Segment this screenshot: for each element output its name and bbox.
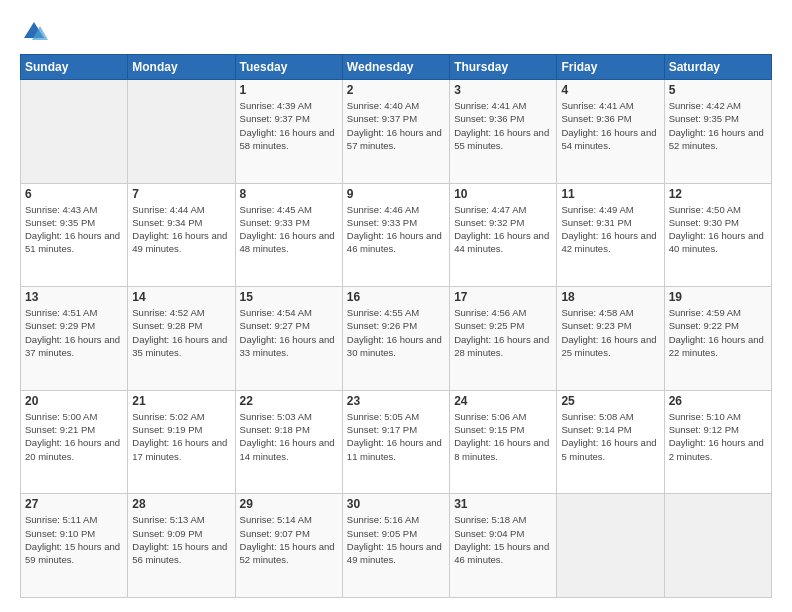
calendar-cell xyxy=(664,494,771,598)
day-number: 27 xyxy=(25,497,123,511)
day-info: Sunrise: 4:43 AM Sunset: 9:35 PM Dayligh… xyxy=(25,203,123,256)
day-number: 15 xyxy=(240,290,338,304)
day-number: 3 xyxy=(454,83,552,97)
day-number: 28 xyxy=(132,497,230,511)
day-header-thursday: Thursday xyxy=(450,55,557,80)
day-number: 10 xyxy=(454,187,552,201)
day-info: Sunrise: 5:06 AM Sunset: 9:15 PM Dayligh… xyxy=(454,410,552,463)
day-info: Sunrise: 4:56 AM Sunset: 9:25 PM Dayligh… xyxy=(454,306,552,359)
day-info: Sunrise: 5:10 AM Sunset: 9:12 PM Dayligh… xyxy=(669,410,767,463)
calendar-cell: 26Sunrise: 5:10 AM Sunset: 9:12 PM Dayli… xyxy=(664,390,771,494)
calendar-cell xyxy=(557,494,664,598)
calendar-cell: 15Sunrise: 4:54 AM Sunset: 9:27 PM Dayli… xyxy=(235,287,342,391)
day-info: Sunrise: 5:18 AM Sunset: 9:04 PM Dayligh… xyxy=(454,513,552,566)
calendar-cell: 21Sunrise: 5:02 AM Sunset: 9:19 PM Dayli… xyxy=(128,390,235,494)
calendar-cell: 8Sunrise: 4:45 AM Sunset: 9:33 PM Daylig… xyxy=(235,183,342,287)
calendar-cell: 7Sunrise: 4:44 AM Sunset: 9:34 PM Daylig… xyxy=(128,183,235,287)
calendar-cell: 29Sunrise: 5:14 AM Sunset: 9:07 PM Dayli… xyxy=(235,494,342,598)
calendar-cell: 9Sunrise: 4:46 AM Sunset: 9:33 PM Daylig… xyxy=(342,183,449,287)
calendar-cell: 14Sunrise: 4:52 AM Sunset: 9:28 PM Dayli… xyxy=(128,287,235,391)
day-info: Sunrise: 5:08 AM Sunset: 9:14 PM Dayligh… xyxy=(561,410,659,463)
day-number: 21 xyxy=(132,394,230,408)
day-info: Sunrise: 4:50 AM Sunset: 9:30 PM Dayligh… xyxy=(669,203,767,256)
day-header-wednesday: Wednesday xyxy=(342,55,449,80)
day-info: Sunrise: 5:14 AM Sunset: 9:07 PM Dayligh… xyxy=(240,513,338,566)
day-info: Sunrise: 5:13 AM Sunset: 9:09 PM Dayligh… xyxy=(132,513,230,566)
calendar-cell xyxy=(21,80,128,184)
day-number: 30 xyxy=(347,497,445,511)
day-number: 7 xyxy=(132,187,230,201)
day-info: Sunrise: 4:44 AM Sunset: 9:34 PM Dayligh… xyxy=(132,203,230,256)
day-info: Sunrise: 4:59 AM Sunset: 9:22 PM Dayligh… xyxy=(669,306,767,359)
week-row-4: 20Sunrise: 5:00 AM Sunset: 9:21 PM Dayli… xyxy=(21,390,772,494)
day-number: 29 xyxy=(240,497,338,511)
day-info: Sunrise: 5:03 AM Sunset: 9:18 PM Dayligh… xyxy=(240,410,338,463)
day-number: 13 xyxy=(25,290,123,304)
day-header-monday: Monday xyxy=(128,55,235,80)
day-info: Sunrise: 4:58 AM Sunset: 9:23 PM Dayligh… xyxy=(561,306,659,359)
calendar-cell: 5Sunrise: 4:42 AM Sunset: 9:35 PM Daylig… xyxy=(664,80,771,184)
week-row-2: 6Sunrise: 4:43 AM Sunset: 9:35 PM Daylig… xyxy=(21,183,772,287)
calendar-cell: 1Sunrise: 4:39 AM Sunset: 9:37 PM Daylig… xyxy=(235,80,342,184)
day-number: 2 xyxy=(347,83,445,97)
calendar-cell: 24Sunrise: 5:06 AM Sunset: 9:15 PM Dayli… xyxy=(450,390,557,494)
day-number: 18 xyxy=(561,290,659,304)
calendar-header: SundayMondayTuesdayWednesdayThursdayFrid… xyxy=(21,55,772,80)
week-row-1: 1Sunrise: 4:39 AM Sunset: 9:37 PM Daylig… xyxy=(21,80,772,184)
day-info: Sunrise: 4:51 AM Sunset: 9:29 PM Dayligh… xyxy=(25,306,123,359)
day-info: Sunrise: 4:41 AM Sunset: 9:36 PM Dayligh… xyxy=(561,99,659,152)
day-info: Sunrise: 4:39 AM Sunset: 9:37 PM Dayligh… xyxy=(240,99,338,152)
day-number: 16 xyxy=(347,290,445,304)
day-info: Sunrise: 4:52 AM Sunset: 9:28 PM Dayligh… xyxy=(132,306,230,359)
day-number: 26 xyxy=(669,394,767,408)
calendar-cell: 6Sunrise: 4:43 AM Sunset: 9:35 PM Daylig… xyxy=(21,183,128,287)
logo-icon xyxy=(20,18,48,46)
day-number: 25 xyxy=(561,394,659,408)
day-info: Sunrise: 4:41 AM Sunset: 9:36 PM Dayligh… xyxy=(454,99,552,152)
calendar: SundayMondayTuesdayWednesdayThursdayFrid… xyxy=(20,54,772,598)
day-info: Sunrise: 4:40 AM Sunset: 9:37 PM Dayligh… xyxy=(347,99,445,152)
day-number: 1 xyxy=(240,83,338,97)
week-row-5: 27Sunrise: 5:11 AM Sunset: 9:10 PM Dayli… xyxy=(21,494,772,598)
calendar-cell: 27Sunrise: 5:11 AM Sunset: 9:10 PM Dayli… xyxy=(21,494,128,598)
page: SundayMondayTuesdayWednesdayThursdayFrid… xyxy=(0,0,792,612)
day-number: 12 xyxy=(669,187,767,201)
day-header-friday: Friday xyxy=(557,55,664,80)
day-info: Sunrise: 5:00 AM Sunset: 9:21 PM Dayligh… xyxy=(25,410,123,463)
day-info: Sunrise: 4:55 AM Sunset: 9:26 PM Dayligh… xyxy=(347,306,445,359)
calendar-cell: 2Sunrise: 4:40 AM Sunset: 9:37 PM Daylig… xyxy=(342,80,449,184)
day-info: Sunrise: 4:42 AM Sunset: 9:35 PM Dayligh… xyxy=(669,99,767,152)
day-header-tuesday: Tuesday xyxy=(235,55,342,80)
day-number: 5 xyxy=(669,83,767,97)
week-row-3: 13Sunrise: 4:51 AM Sunset: 9:29 PM Dayli… xyxy=(21,287,772,391)
calendar-cell: 23Sunrise: 5:05 AM Sunset: 9:17 PM Dayli… xyxy=(342,390,449,494)
day-info: Sunrise: 5:16 AM Sunset: 9:05 PM Dayligh… xyxy=(347,513,445,566)
day-number: 4 xyxy=(561,83,659,97)
calendar-cell: 4Sunrise: 4:41 AM Sunset: 9:36 PM Daylig… xyxy=(557,80,664,184)
day-number: 9 xyxy=(347,187,445,201)
calendar-cell: 18Sunrise: 4:58 AM Sunset: 9:23 PM Dayli… xyxy=(557,287,664,391)
day-number: 8 xyxy=(240,187,338,201)
calendar-cell: 20Sunrise: 5:00 AM Sunset: 9:21 PM Dayli… xyxy=(21,390,128,494)
days-header-row: SundayMondayTuesdayWednesdayThursdayFrid… xyxy=(21,55,772,80)
logo xyxy=(20,18,52,46)
day-header-saturday: Saturday xyxy=(664,55,771,80)
day-number: 20 xyxy=(25,394,123,408)
calendar-cell: 19Sunrise: 4:59 AM Sunset: 9:22 PM Dayli… xyxy=(664,287,771,391)
day-number: 6 xyxy=(25,187,123,201)
day-info: Sunrise: 5:05 AM Sunset: 9:17 PM Dayligh… xyxy=(347,410,445,463)
day-number: 19 xyxy=(669,290,767,304)
day-info: Sunrise: 4:46 AM Sunset: 9:33 PM Dayligh… xyxy=(347,203,445,256)
day-number: 24 xyxy=(454,394,552,408)
day-info: Sunrise: 4:54 AM Sunset: 9:27 PM Dayligh… xyxy=(240,306,338,359)
calendar-cell: 25Sunrise: 5:08 AM Sunset: 9:14 PM Dayli… xyxy=(557,390,664,494)
calendar-body: 1Sunrise: 4:39 AM Sunset: 9:37 PM Daylig… xyxy=(21,80,772,598)
calendar-cell: 10Sunrise: 4:47 AM Sunset: 9:32 PM Dayli… xyxy=(450,183,557,287)
day-number: 11 xyxy=(561,187,659,201)
day-info: Sunrise: 4:45 AM Sunset: 9:33 PM Dayligh… xyxy=(240,203,338,256)
calendar-cell: 31Sunrise: 5:18 AM Sunset: 9:04 PM Dayli… xyxy=(450,494,557,598)
calendar-cell: 3Sunrise: 4:41 AM Sunset: 9:36 PM Daylig… xyxy=(450,80,557,184)
day-info: Sunrise: 4:47 AM Sunset: 9:32 PM Dayligh… xyxy=(454,203,552,256)
calendar-cell xyxy=(128,80,235,184)
day-info: Sunrise: 4:49 AM Sunset: 9:31 PM Dayligh… xyxy=(561,203,659,256)
